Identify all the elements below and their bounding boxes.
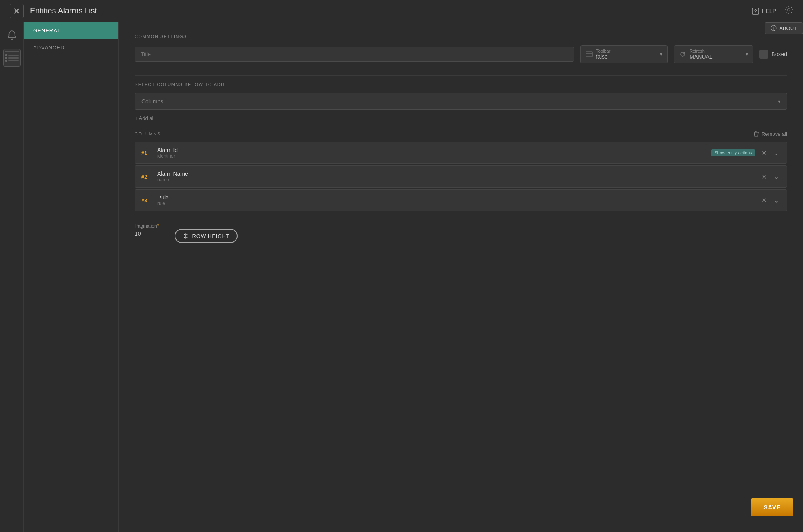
settings-icon[interactable] — [784, 5, 793, 17]
col-name-1: Alarm Id — [157, 147, 706, 153]
columns-arrow-icon: ▾ — [778, 99, 780, 104]
toolbar-select[interactable]: Toolbar false ▾ — [580, 45, 668, 63]
sidebar-item-general[interactable]: GENERAL — [24, 22, 118, 39]
widget-preview-icon — [3, 49, 21, 66]
columns-header: COLUMNS Remove all — [135, 131, 787, 137]
svg-point-2 — [788, 9, 790, 11]
save-button[interactable]: SAVE — [751, 498, 793, 516]
svg-text:i: i — [773, 26, 774, 30]
svg-text:?: ? — [754, 9, 757, 14]
add-all-button[interactable]: + Add all — [135, 114, 787, 123]
left-icons — [0, 22, 24, 532]
table-row: #2 Alarm Name name ✕ ⌄ — [135, 165, 787, 188]
col-remove-3[interactable]: ✕ — [760, 196, 768, 205]
table-row: #3 Rule rule ✕ ⌄ — [135, 189, 787, 211]
col-type-1: identifier — [157, 153, 706, 159]
header-actions: ? HELP — [752, 5, 793, 17]
pagination-label: Pagination* — [135, 223, 159, 229]
about-label: ABOUT — [779, 25, 797, 31]
select-columns-heading: SELECT COLUMNS BELOW TO ADD — [135, 82, 787, 87]
columns-section: COLUMNS Remove all #1 Alarm Id identifie… — [135, 131, 787, 211]
columns-dropdown-text: Columns — [141, 98, 778, 104]
common-settings-heading: COMMON SETTINGS — [135, 34, 787, 39]
row-height-button[interactable]: ROW HEIGHT — [175, 229, 238, 243]
col-name-2: Alarm Name — [157, 171, 755, 177]
divider-1 — [135, 75, 787, 76]
boxed-label: Boxed — [771, 51, 787, 57]
show-entity-actions-badge: Show entity actions — [711, 149, 755, 156]
col-actions-3: ✕ ⌄ — [760, 196, 780, 205]
refresh-icon — [679, 51, 686, 58]
bottom-settings: Pagination* 10 ROW HEIGHT — [135, 223, 787, 243]
col-number-2: #2 — [141, 174, 152, 180]
boxed-field: Boxed — [759, 50, 787, 59]
add-all-label: + Add all — [135, 115, 154, 121]
bell-icon[interactable] — [7, 30, 17, 43]
columns-section-heading: COLUMNS — [135, 131, 161, 136]
col-info-1: Alarm Id identifier — [157, 147, 706, 159]
sidebar-nav: GENERAL ADVANCED — [24, 22, 119, 532]
header: Entities Alarms List ? HELP — [0, 0, 803, 22]
svg-rect-5 — [586, 52, 592, 57]
help-button[interactable]: ? HELP — [752, 8, 776, 15]
row-height-icon — [183, 233, 189, 239]
col-info-2: Alarm Name name — [157, 171, 755, 182]
col-expand-1[interactable]: ⌄ — [772, 148, 780, 158]
sidebar-item-advanced[interactable]: ADVANCED — [24, 39, 118, 56]
toolbar-icon — [586, 51, 593, 58]
pagination-field: Pagination* 10 — [135, 223, 159, 237]
col-expand-3[interactable]: ⌄ — [772, 196, 780, 205]
col-actions-1: ✕ ⌄ — [760, 148, 780, 158]
row-height-label: ROW HEIGHT — [192, 233, 230, 239]
remove-all-button[interactable]: Remove all — [754, 131, 787, 137]
col-number-1: #1 — [141, 150, 152, 156]
toolbar-arrow-icon: ▾ — [660, 51, 662, 57]
help-label: HELP — [761, 8, 776, 14]
pagination-value: 10 — [135, 230, 159, 237]
about-button[interactable]: i ABOUT — [765, 22, 803, 34]
page-title: Entities Alarms List — [30, 6, 752, 15]
col-expand-2[interactable]: ⌄ — [772, 172, 780, 181]
col-remove-2[interactable]: ✕ — [760, 172, 768, 181]
main-layout: GENERAL ADVANCED i ABOUT COMMON SETTINGS — [0, 22, 803, 532]
select-columns-section: SELECT COLUMNS BELOW TO ADD Columns ▾ + … — [135, 82, 787, 123]
col-info-3: Rule rule — [157, 194, 755, 206]
table-row: #1 Alarm Id identifier Show entity actio… — [135, 142, 787, 164]
title-input[interactable] — [135, 47, 574, 62]
title-field — [135, 47, 574, 62]
remove-all-label: Remove all — [761, 131, 787, 137]
col-actions-2: ✕ ⌄ — [760, 172, 780, 181]
trash-icon — [754, 131, 759, 137]
refresh-arrow-icon: ▾ — [746, 51, 748, 57]
common-settings-section: COMMON SETTINGS Toolbar false ▾ — [135, 34, 787, 63]
col-name-3: Rule — [157, 194, 755, 201]
col-remove-1[interactable]: ✕ — [760, 148, 768, 158]
content-area: i ABOUT COMMON SETTINGS Toolba — [119, 22, 803, 532]
col-number-3: #3 — [141, 198, 152, 203]
boxed-checkbox[interactable] — [759, 50, 768, 59]
close-button[interactable] — [10, 4, 24, 18]
col-type-3: rule — [157, 201, 755, 206]
refresh-select[interactable]: Refresh MANUAL ▾ — [674, 45, 753, 63]
common-settings-row: Toolbar false ▾ Refresh MANUAL ▾ — [135, 45, 787, 63]
col-type-2: name — [157, 177, 755, 182]
columns-dropdown[interactable]: Columns ▾ — [135, 93, 787, 110]
